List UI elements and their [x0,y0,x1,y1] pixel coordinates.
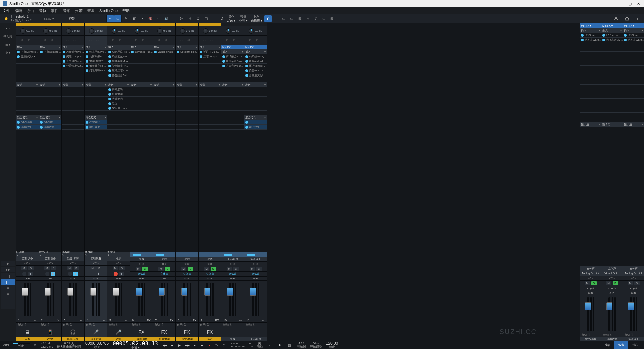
input-row[interactable] [176,252,198,257]
loop-button[interactable]: ↻ [214,343,220,348]
channel-number[interactable]: 5∿ [107,318,130,323]
mixfx-slot[interactable]: Mix FX ▾ [580,23,601,28]
fader[interactable] [221,281,244,318]
insert-slot[interactable]: 压缩染色Pro-... [221,59,244,64]
empty-send[interactable] [199,101,221,106]
insert-slot[interactable]: 压缩Vertigo... [199,54,221,59]
empty-slot[interactable] [153,78,175,83]
fader[interactable] [107,281,130,318]
tab-mix[interactable]: 混音 [614,341,628,349]
insert-slot[interactable]: 加强美化Maa... [107,59,130,64]
empty-send[interactable] [107,111,130,115]
out-slot[interactable]: 输出效果 [39,125,61,130]
insert-slot[interactable]: 动态压缩Pro-... [85,50,107,54]
center-row[interactable]: <C> [199,262,221,266]
empty-send[interactable] [85,101,107,106]
empty-slot[interactable] [153,68,175,73]
mixer-btn-2[interactable]: ⚙ ▾ [1,49,15,56]
solo-button[interactable]: S [233,267,239,271]
gain-knob[interactable]: 0.0 dB [199,26,221,36]
insert-header[interactable]: 插入 [153,45,175,50]
insert-header[interactable]: 插入 [62,45,84,50]
midi-indicator[interactable]: MIDI [3,344,9,347]
bend-tool[interactable]: ↔ [155,15,162,22]
center-row[interactable]: <C> [153,262,175,266]
video-btn[interactable]: ▭ [320,15,327,22]
home-icon[interactable] [623,15,631,22]
automation-mode[interactable]: 自动: 关 [244,323,267,327]
empty-send[interactable] [16,97,39,101]
input-row[interactable] [199,252,221,257]
insert-slot[interactable]: 均衡Compre... [39,50,61,54]
send-header[interactable]: 发送 [153,83,175,87]
menu-音频[interactable]: 音频 [63,8,70,13]
insert-slot[interactable]: 响度表WLM... [580,38,601,42]
empty-send[interactable] [221,97,244,101]
empty-send[interactable] [244,92,267,97]
view-btn-3[interactable]: ⊞ [296,15,303,22]
grid-icon[interactable]: ⊞ [328,15,335,22]
empty-slot[interactable] [153,59,175,64]
empty-slot[interactable] [130,54,153,59]
center-row[interactable]: <C> [16,261,39,266]
insert-slot[interactable]: 闪避Compre... [62,54,84,59]
mute-button[interactable]: M [90,266,95,270]
mixfx-slot[interactable]: Mix FX ▾ [623,23,644,28]
input-row[interactable] [153,252,175,257]
empty-send[interactable] [16,92,39,97]
send-slot[interactable]: 延迟 [107,101,130,106]
center-row[interactable]: <C> [130,262,153,266]
erase-tool[interactable]: ◧ [130,15,138,22]
empty-slot[interactable] [39,64,61,68]
io-row[interactable]: 立体声 [623,266,644,271]
insert-slot[interactable]: eq均衡Pro-Q... [244,54,267,59]
gain-knob[interactable]: 0.0 dB [244,26,267,36]
empty-slot[interactable] [130,78,153,83]
channel-number[interactable]: 1∿ [16,318,39,323]
menu-Studio One[interactable]: Studio One [99,9,118,13]
empty-slot[interactable] [176,78,198,83]
insert-slot[interactable]: 动态压缩Pro-... [107,50,130,54]
help-icon[interactable]: ? [312,15,319,22]
phase-row[interactable]: ∅∅ [221,36,244,45]
automation-mode[interactable]: 自动: 关 [623,333,644,337]
empty-send[interactable] [153,97,175,101]
channel-number[interactable]: 10∿ [221,318,244,323]
empty-slot[interactable] [16,73,39,78]
menu-文件[interactable]: 文件 [3,8,10,13]
metronome[interactable]: 关弱拍 [257,342,263,349]
gain-knob[interactable]: 0.0 dB [130,26,153,36]
stereo-label[interactable]: 立体声 [199,272,221,277]
view-btn-1[interactable]: ▭ [280,15,287,22]
mix-label[interactable]: 混合记号 [244,115,267,120]
insert-slot[interactable]: L2 Stereo [601,33,623,38]
insert-header[interactable]: 插入 [580,28,601,33]
empty-send[interactable] [16,101,39,106]
empty-slot[interactable] [39,54,61,59]
fader[interactable] [85,281,107,318]
empty-send[interactable] [244,101,267,106]
empty-slot[interactable] [153,54,175,59]
output-row[interactable]: 混音/母带 [62,256,84,261]
stereo-label[interactable]: 立体声 [176,272,198,277]
empty-slot[interactable] [153,64,175,68]
mute-button[interactable]: M [250,267,255,271]
input-row[interactable]: 舒尔输入 [107,252,130,256]
center-row[interactable]: <C> [107,261,130,266]
mute-button[interactable]: M [606,281,611,285]
rewind-button[interactable]: ◀◀ [162,343,168,348]
send-header[interactable]: 发送 [130,83,153,87]
cut-tool[interactable]: ✂ [139,15,146,22]
out-slot[interactable]: 输出效果 [16,125,39,130]
empty-slot[interactable] [107,78,130,83]
output-row[interactable]: 混音/母带 [221,257,244,262]
empty-send[interactable] [130,92,153,97]
tab-browse[interactable]: 浏览 [628,341,641,349]
empty-slot[interactable] [199,64,221,68]
automation-mode[interactable]: 自动: 关 [176,323,198,327]
mix-label[interactable]: 混合记号 [39,115,61,120]
count-icon[interactable]: ▤ [287,343,293,348]
channel-number[interactable]: 6FX [130,318,153,323]
insert-header[interactable]: 插入 [623,28,644,33]
empty-slot[interactable] [39,59,61,64]
